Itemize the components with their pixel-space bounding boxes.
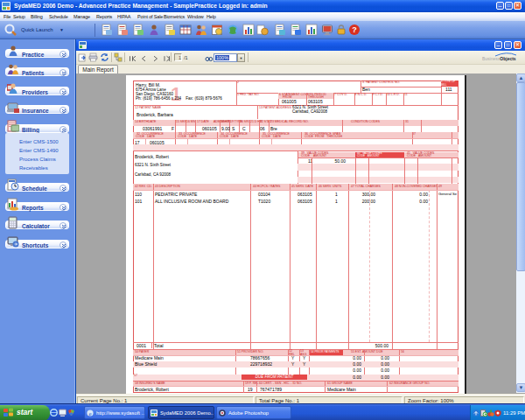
svg-text:?: ? xyxy=(352,25,357,34)
svg-text:e: e xyxy=(88,410,91,417)
